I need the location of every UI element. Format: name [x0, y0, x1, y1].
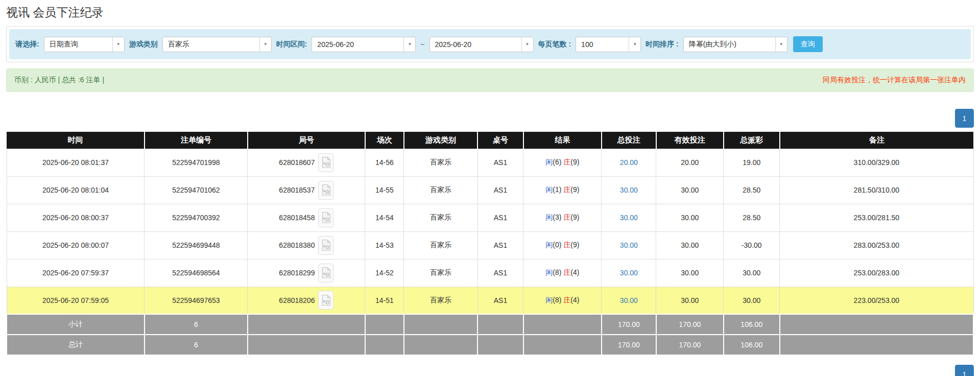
chevron-down-icon[interactable]: ▼ [112, 37, 124, 52]
video-file-icon [321, 239, 331, 251]
video-replay-button[interactable] [318, 208, 333, 227]
cell-round-id: 628018607 [248, 149, 365, 176]
date-to-combo[interactable]: 2025-06-20 ▼ [429, 37, 534, 52]
query-type-label: 请选择: [15, 40, 39, 49]
page-size-value: 100 [576, 37, 629, 52]
cell-valid-bet: 30.00 [656, 231, 724, 259]
result-banker-label: 庄 [563, 185, 570, 194]
currency-summary-text: 币别 : 人民币 | 总共 :6 注单 | [14, 76, 104, 85]
filter-bar: 请选择: 日期查询 ▼ 游戏类别 百家乐 ▼ 时间区间: 2025-06-20 … [9, 29, 971, 59]
video-replay-button[interactable] [318, 236, 333, 255]
page-button[interactable]: 1 [955, 365, 974, 376]
cell-valid-bet: 30.00 [656, 287, 724, 314]
col-header-payout: 总派彩 [724, 132, 780, 149]
cell-game-type: 百家乐 [404, 287, 477, 314]
cell-total-bet: 30.00 [602, 287, 656, 314]
cell-bet-id: 522594697653 [145, 287, 248, 314]
col-header-session: 场次 [365, 132, 404, 149]
total-bet-link[interactable]: 30.00 [620, 269, 638, 277]
cell-table-no: AS1 [477, 149, 523, 176]
total-bet-link[interactable]: 30.00 [620, 296, 638, 304]
result-player-label: 闲 [545, 241, 553, 249]
cell-remark: 253.00/281.50 [780, 204, 973, 231]
subtotal-row: 小计 6 170.00 170.00 106.00 [7, 314, 973, 335]
video-file-icon [321, 156, 331, 169]
col-header-total-bet: 总投注 [602, 132, 656, 149]
grand-total-row: 总计 6 170.00 170.00 106.00 [7, 335, 973, 355]
cell-bet-id: 522594700392 [145, 204, 248, 231]
cell-session: 14-51 [365, 287, 404, 314]
cell-valid-bet: 30.00 [656, 204, 724, 231]
result-player-score: (6) [553, 158, 563, 166]
pagination-top: 1 [6, 109, 974, 128]
cell-total-bet: 20.00 [602, 149, 656, 176]
grand-total-count: 6 [145, 335, 248, 355]
video-replay-button[interactable] [318, 181, 333, 200]
cell-round-id: 628018458 [248, 204, 365, 231]
chevron-down-icon[interactable]: ▼ [629, 37, 640, 52]
sort-order-combo[interactable]: 降幂(由大到小) ▼ [683, 37, 787, 52]
cell-valid-bet: 20.00 [656, 149, 724, 176]
cell-result: 闲(8) 庄(4) [523, 259, 602, 287]
video-replay-button[interactable] [318, 291, 333, 310]
table-row: 2025-06-20 07:59:05 522594697653 6280182… [7, 287, 973, 314]
col-header-remark: 备注 [780, 132, 973, 149]
round-id-text: 628018607 [279, 158, 315, 167]
game-type-value: 百家乐 [163, 37, 259, 52]
total-bet-link[interactable]: 30.00 [620, 241, 638, 249]
cell-payout: 28.50 [724, 204, 780, 231]
filter-panel: 请选择: 日期查询 ▼ 游戏类别 百家乐 ▼ 时间区间: 2025-06-20 … [6, 26, 974, 62]
sort-order-value: 降幂(由大到小) [684, 37, 775, 52]
video-replay-button[interactable] [318, 264, 333, 283]
date-to-value: 2025-06-20 [430, 37, 521, 52]
cell-game-type: 百家乐 [404, 259, 477, 287]
total-bet-link[interactable]: 30.00 [620, 186, 638, 194]
cell-round-id: 628018537 [248, 176, 365, 204]
total-bet-link[interactable]: 30.00 [620, 214, 638, 222]
table-row: 2025-06-20 08:01:37 522594701998 6280186… [7, 149, 973, 176]
round-id-text: 628018537 [279, 186, 315, 194]
col-header-round-id: 局号 [248, 132, 365, 149]
subtotal-label: 小计 [7, 314, 145, 335]
query-type-combo[interactable]: 日期查询 ▼ [44, 37, 125, 52]
table-body: 2025-06-20 08:01:37 522594701998 6280186… [7, 149, 973, 314]
date-from-value: 2025-06-20 [312, 37, 403, 52]
cell-result: 闲(3) 庄(9) [523, 204, 602, 231]
result-player-score: (0) [553, 241, 563, 249]
date-from-combo[interactable]: 2025-06-20 ▼ [312, 37, 416, 52]
table-row: 2025-06-20 08:00:07 522594699448 6280183… [7, 231, 973, 259]
cell-bet-id: 522594701062 [145, 176, 248, 204]
col-header-result: 结果 [523, 132, 602, 149]
cell-bet-id: 522594699448 [145, 231, 248, 259]
page-size-combo[interactable]: 100 ▼ [576, 37, 641, 52]
pagination-bottom: 1 [6, 365, 974, 376]
cell-table-no: AS1 [477, 259, 523, 287]
cell-table-no: AS1 [477, 176, 523, 204]
search-button[interactable]: 查询 [793, 36, 823, 52]
game-type-combo[interactable]: 百家乐 ▼ [162, 37, 272, 52]
page-size-label: 每页笔数 : [538, 40, 571, 49]
chevron-down-icon[interactable]: ▼ [403, 37, 415, 52]
cell-table-no: AS1 [477, 231, 523, 259]
page-container: 视讯 会员下注纪录 请选择: 日期查询 ▼ 游戏类别 百家乐 ▼ 时间区间: 2… [0, 0, 980, 376]
cell-game-type: 百家乐 [404, 204, 477, 231]
cell-total-bet: 30.00 [602, 231, 656, 259]
result-banker-score: (9) [570, 213, 579, 221]
total-bet-link[interactable]: 20.00 [620, 158, 638, 167]
round-id-text: 628018458 [279, 214, 315, 222]
chevron-down-icon[interactable]: ▼ [775, 37, 787, 52]
cell-time: 2025-06-20 07:59:37 [7, 259, 145, 287]
round-id-text: 628018299 [279, 269, 315, 277]
result-banker-label: 庄 [563, 158, 570, 166]
cell-bet-id: 522594698564 [145, 259, 248, 287]
range-separator: ~ [420, 40, 424, 49]
result-banker-score: (9) [570, 158, 579, 166]
chevron-down-icon[interactable]: ▼ [521, 37, 533, 52]
video-replay-button[interactable] [318, 153, 333, 172]
col-header-time: 时间 [7, 132, 145, 149]
page-button[interactable]: 1 [955, 109, 974, 128]
cell-result: 闲(1) 庄(9) [523, 176, 602, 204]
table-footer: 小计 6 170.00 170.00 106.00 总计 6 170.00 17… [7, 314, 973, 355]
cell-game-type: 百家乐 [404, 231, 477, 259]
chevron-down-icon[interactable]: ▼ [259, 37, 271, 52]
